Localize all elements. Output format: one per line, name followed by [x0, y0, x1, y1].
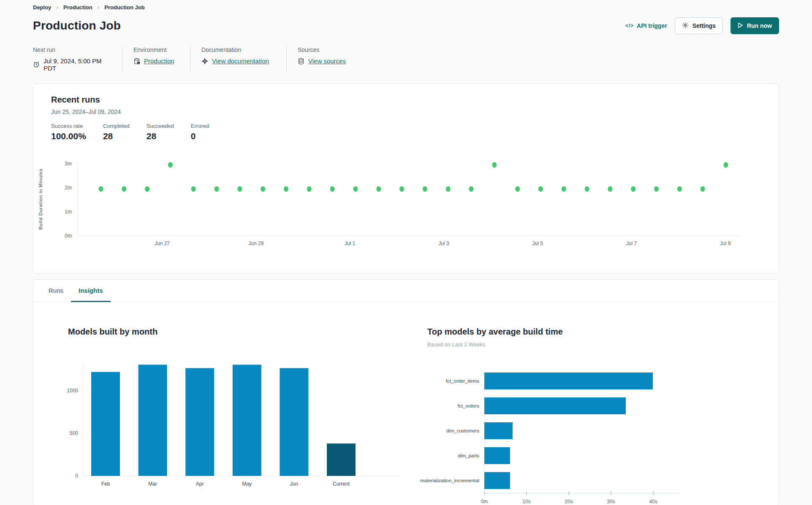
scatter-point — [307, 186, 312, 192]
view-documentation-link[interactable]: View documentation — [212, 57, 269, 65]
alarm-clock-icon — [33, 61, 40, 68]
page-header: Production Job </> API trigger Settings — [33, 16, 779, 35]
svg-text:Feb: Feb — [101, 481, 110, 487]
sources-label: Sources — [298, 46, 346, 53]
meta-next-run: Next run Jul 9, 2024, 5:00 PM PDT — [33, 46, 122, 72]
stat-succeeded: Succeeded 28 — [147, 123, 174, 141]
view-sources-link[interactable]: View sources — [308, 57, 346, 65]
month-bar — [139, 365, 167, 476]
model-bar — [484, 472, 510, 489]
play-icon — [738, 22, 743, 30]
recent-runs-card: Recent runs Jun 25, 2024–Jul 09, 2024 Su… — [33, 84, 779, 273]
svg-text:Jul 3: Jul 3 — [438, 240, 449, 246]
scatter-point — [423, 186, 427, 192]
breadcrumb-production-job: Production Job — [104, 4, 144, 11]
svg-text:Jul 9: Jul 9 — [720, 240, 731, 246]
model-bar — [484, 447, 510, 464]
scatter-point — [145, 186, 149, 192]
model-bar — [484, 373, 653, 389]
run-now-button[interactable]: Run now — [731, 17, 779, 34]
tab-runs[interactable]: Runs — [41, 280, 71, 302]
chevron-right-icon: › — [56, 4, 58, 11]
scatter-point — [99, 186, 103, 192]
top-models-chart-subtitle: Based on Last 2 Weeks — [427, 341, 485, 348]
recent-runs-stats: Success rate 100.00% Completed 28 Succee… — [51, 123, 209, 141]
environment-link[interactable]: Production — [144, 57, 174, 65]
svg-text:40s: 40s — [649, 499, 657, 505]
svg-text:0m: 0m — [65, 233, 72, 239]
scatter-point — [399, 186, 404, 192]
top-models-chart-title: Top models by average build time — [427, 327, 563, 337]
tab-insights[interactable]: Insights — [71, 280, 111, 302]
meta-environment: Environment Production — [133, 46, 190, 72]
documentation-label: Documentation — [201, 46, 275, 53]
month-bar — [233, 365, 261, 476]
scatter-point — [677, 186, 682, 192]
scatter-point — [191, 186, 196, 192]
scatter-point — [122, 186, 126, 192]
next-run-label: Next run — [33, 46, 111, 53]
recent-runs-title: Recent runs — [51, 95, 100, 105]
svg-text:1m: 1m — [65, 209, 72, 215]
settings-label: Settings — [693, 22, 716, 29]
svg-text:Jun 29: Jun 29 — [248, 240, 263, 246]
svg-text:Current: Current — [333, 481, 350, 487]
meta-documentation: Documentation View documentation — [201, 46, 287, 72]
scatter-point — [631, 186, 635, 192]
scatter-point — [215, 186, 219, 192]
svg-text:fct_orders: fct_orders — [458, 403, 479, 408]
scatter-point — [284, 186, 288, 192]
breadcrumb-production[interactable]: Production — [63, 4, 92, 11]
next-run-value: Jul 9, 2024, 5:00 PM PDT — [43, 57, 111, 72]
svg-text:materialization_incremental: materialization_incremental — [420, 478, 479, 483]
scatter-point — [538, 186, 543, 192]
run-now-label: Run now — [747, 22, 772, 29]
top-models-hbar-chart: 0m10s20s30s40sfct_order_itemsfct_ordersd… — [417, 368, 729, 505]
scatter-point — [608, 186, 612, 192]
breadcrumb: Deploy › Production › Production Job — [33, 3, 779, 12]
scatter-point — [701, 186, 705, 192]
month-bar — [91, 372, 120, 476]
models-built-bar-chart: 05001000FebMarAprMayJunCurrent — [54, 356, 404, 499]
svg-text:dim_customers: dim_customers — [446, 428, 479, 433]
meta-sources: Sources View sources — [298, 46, 357, 72]
scatter-point — [654, 186, 659, 192]
svg-text:Jul 5: Jul 5 — [532, 240, 543, 246]
job-meta-row: Next run Jul 9, 2024, 5:00 PM PDT Enviro… — [33, 46, 779, 72]
gear-icon — [682, 22, 689, 30]
runs-insights-card: Runs Insights Models built by month 0500… — [33, 279, 779, 505]
dbt-docs-icon — [201, 58, 208, 65]
stat-completed: Completed 28 — [103, 123, 130, 141]
month-bar — [185, 368, 214, 476]
code-icon: </> — [625, 23, 634, 29]
svg-text:0m: 0m — [481, 499, 488, 505]
svg-text:3m: 3m — [65, 161, 72, 167]
stat-errored: Errored 0 — [191, 123, 209, 141]
svg-text:Mar: Mar — [148, 481, 157, 487]
tab-bar: Runs Insights — [33, 280, 779, 302]
scatter-point — [515, 186, 520, 192]
svg-text:500: 500 — [70, 430, 78, 436]
scatter-point — [446, 186, 451, 192]
settings-button[interactable]: Settings — [675, 17, 723, 34]
models-built-chart-title: Models built by month — [68, 327, 158, 337]
svg-text:Jun: Jun — [290, 481, 298, 487]
svg-text:Jul 7: Jul 7 — [626, 240, 637, 246]
page: Deploy › Production › Production Job Pro… — [0, 0, 812, 505]
breadcrumb-deploy[interactable]: Deploy — [33, 4, 51, 11]
svg-text:1000: 1000 — [67, 388, 78, 394]
svg-text:May: May — [242, 481, 252, 487]
scatter-point — [353, 186, 358, 192]
stat-success-rate: Success rate 100.00% — [51, 123, 86, 141]
api-trigger-link[interactable]: </> API trigger — [625, 22, 667, 29]
svg-text:Jul 1: Jul 1 — [345, 240, 356, 246]
page-title: Production Job — [33, 19, 121, 32]
recent-runs-date-range: Jun 25, 2024–Jul 09, 2024 — [51, 108, 121, 115]
scatter-point — [376, 186, 381, 192]
svg-text:20s: 20s — [565, 499, 573, 505]
svg-text:Apr: Apr — [196, 481, 204, 487]
build-duration-scatter-chart: 0m1m2m3mBuild Duration in MinutesJun 27J… — [35, 157, 758, 250]
svg-text:Build Duration in Minutes: Build Duration in Minutes — [38, 168, 43, 230]
svg-text:fct_order_items: fct_order_items — [446, 378, 480, 383]
svg-text:2m: 2m — [65, 185, 72, 191]
